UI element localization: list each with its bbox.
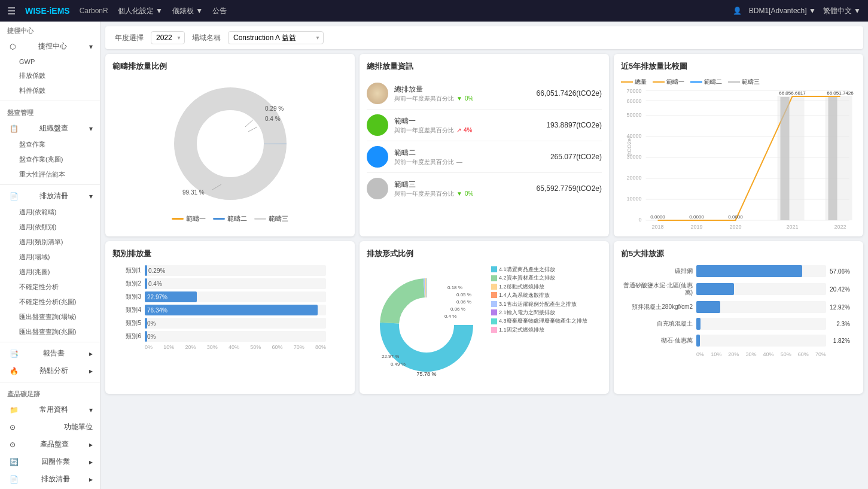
user-icon: 👤 xyxy=(733,7,742,15)
nav-dashboard[interactable]: 儀錶板 ▼ xyxy=(172,6,203,16)
scope2-sub: 與前一年度差異百分比 — xyxy=(394,158,544,166)
site-select[interactable]: Construction A 益益 xyxy=(228,31,324,44)
total-value: 66,051.7426(tCO2e) xyxy=(537,89,602,98)
svg-text:2019: 2019 xyxy=(690,224,702,230)
svg-text:2022: 2022 xyxy=(834,224,846,230)
emission-item-scope3: 範疇三 與前一年度差異百分比 ▼ 0% 65,592.7759(tCO2e) xyxy=(367,173,602,204)
chevron-icon5: ▸ xyxy=(89,367,93,375)
top5-body: 碳排鋼 57.06% 普通矽酸鹽水泥·北區(仙惠萬) 20.42% xyxy=(621,265,856,357)
svg-text:0.0000: 0.0000 xyxy=(689,214,704,220)
bar-row-cat3: 類別3 22.97% xyxy=(117,291,326,302)
user-name[interactable]: BDM1[Advantech] ▼ xyxy=(749,7,816,15)
legend-scope3: 範疇三 xyxy=(254,214,288,223)
top5-row-1: 碳排鋼 57.06% xyxy=(621,265,826,277)
nav-personal[interactable]: 個人化設定 ▼ xyxy=(118,6,163,16)
chevron-icon: ▾ xyxy=(89,42,93,51)
top5-title: 前5大排放源 xyxy=(621,248,856,259)
bar-row-cat4: 類別4 76.34% xyxy=(117,305,326,315)
svg-point-0 xyxy=(185,99,275,189)
app-sub: CarbonR xyxy=(80,7,108,15)
sidebar-sub-export-fig[interactable]: 匯出盤查查詢(兆圖) xyxy=(0,324,100,339)
scope2-name: 範疇二 xyxy=(394,148,544,158)
sidebar-item-product-inv[interactable]: ⊙ 產品盤查 ▸ xyxy=(0,436,100,453)
lang-switcher[interactable]: 繁體中文 ▼ xyxy=(823,6,861,16)
nav-announcement[interactable]: 公告 xyxy=(212,6,227,16)
chevron-icon3: ▾ xyxy=(89,192,93,201)
scope2-info: 範疇二 與前一年度差異百分比 — xyxy=(394,148,544,166)
sidebar-item-common-data[interactable]: 📁 常用資料 ▾ xyxy=(0,401,100,418)
svg-text:70000: 70000 xyxy=(626,88,641,94)
sidebar-sub-scope[interactable]: 適用(依範疇) xyxy=(0,205,100,220)
sidebar-item-shortcut[interactable]: ⬡ 捷徑中心 ▾ xyxy=(0,38,100,55)
sidebar: 捷徑中心 ⬡ 捷徑中心 ▾ GWP 排放係數 料件係數 盤查管理 📋 組織盤查 … xyxy=(0,22,100,489)
site-filter-label: 場域名稱 xyxy=(192,33,221,43)
svg-text:0.29 %: 0.29 % xyxy=(265,105,284,112)
sidebar-sub-gwp[interactable]: GWP xyxy=(0,55,100,68)
chevron-icon6: ▾ xyxy=(89,406,93,414)
scope1-info: 範疇一 與前一年度差異百分比 ↗ 4% xyxy=(394,116,540,135)
sidebar-item-func-unit[interactable]: ⊙ 功能單位 xyxy=(0,418,100,436)
year-filter-label: 年度選擇 xyxy=(115,33,144,43)
svg-text:0: 0 xyxy=(638,217,641,223)
chevron-icon7: ▸ xyxy=(89,441,93,449)
scope2-circle xyxy=(367,146,388,168)
svg-text:0.06 %: 0.06 % xyxy=(450,306,465,312)
bar-row-cat6: 類別6 0% xyxy=(117,331,326,342)
svg-text:20000: 20000 xyxy=(626,175,641,181)
donut2-svg: 0.18 % 0.05 % 0.06 % 0.06 % 0.4 % 0.49 %… xyxy=(367,265,486,385)
scope-donut-title: 範疇排放量比例 xyxy=(112,61,348,72)
sidebar-sub-inventory-fig[interactable]: 盤查作業(兆圖) xyxy=(0,152,100,167)
sidebar-sub-fig[interactable]: 適用(兆圖) xyxy=(0,265,100,280)
common-icon: 📁 xyxy=(10,406,19,414)
scope3-info: 範疇三 與前一年度差異百分比 ▼ 0% xyxy=(394,180,531,198)
hamburger-icon[interactable]: ☰ xyxy=(7,5,16,17)
sidebar-sub-cat-list[interactable]: 適用(類別清單) xyxy=(0,235,100,250)
sidebar-sub-site[interactable]: 適用(場域) xyxy=(0,250,100,265)
emission-item-scope2: 範疇二 與前一年度差異百分比 — 265.077(tCO2e) xyxy=(367,141,602,173)
share-icon: ⬡ xyxy=(10,42,16,51)
sidebar-sub-inventory-work[interactable]: 盤查作業 xyxy=(0,137,100,152)
year-select[interactable]: 2022 xyxy=(151,31,185,44)
year-select-wrapper: 2022 xyxy=(151,31,185,44)
scope3-circle xyxy=(367,178,388,199)
top5-axis: 0%10%20%30%40%50%60%70% xyxy=(621,351,826,357)
svg-text:2020: 2020 xyxy=(729,224,741,230)
sidebar-sub-emission-factor[interactable]: 排放係數 xyxy=(0,68,100,83)
sidebar-sub-uncertainty[interactable]: 不確定性分析 xyxy=(0,280,100,294)
sidebar-item-org-inventory[interactable]: 📋 組織盤查 ▾ xyxy=(0,120,100,137)
svg-text:66,051.7426: 66,051.7426 xyxy=(827,90,854,96)
sidebar-item-report[interactable]: 📑 報告書 ▸ xyxy=(0,345,100,362)
bar-row-cat2: 類別2 0.4% xyxy=(117,278,326,289)
chevron-icon8: ▸ xyxy=(89,458,93,466)
svg-text:0.4 %: 0.4 % xyxy=(444,314,456,319)
scope1-name: 範疇一 xyxy=(394,116,540,126)
sidebar-sub-significance[interactable]: 重大性評估範本 xyxy=(0,167,100,182)
total-sub: 與前一年度差異百分比 ▼ 0% xyxy=(394,95,531,103)
bar-chart-body: 類別1 0.29% 類別2 0.4% xyxy=(112,265,348,350)
sidebar-section-product: 產品碳足跡 xyxy=(0,385,100,401)
top5-row-2: 普通矽酸鹽水泥·北區(仙惠萬) 20.42% xyxy=(621,282,826,296)
bar-axis: 0%10%20%30%40%50%60%70%80% xyxy=(117,344,326,350)
sidebar-sub-export-site[interactable]: 匯出盤查查詢(場域) xyxy=(0,309,100,324)
scope2-value: 265.077(tCO2e) xyxy=(550,153,602,161)
svg-text:(tCO2e): (tCO2e) xyxy=(626,136,632,156)
sidebar-sub-category[interactable]: 適用(依類別) xyxy=(0,220,100,235)
svg-text:66,056.6817: 66,056.6817 xyxy=(779,90,806,96)
chevron-icon2: ▾ xyxy=(89,124,93,133)
scope1-circle xyxy=(367,114,388,136)
svg-text:0.05 %: 0.05 % xyxy=(456,292,471,297)
category-bar-card: 類別排放量 類別1 0.29% 類別2 0. xyxy=(105,241,355,394)
sidebar-item-emission-list[interactable]: 📄 排放清冊 ▾ xyxy=(0,187,100,205)
total-name: 總排放量 xyxy=(394,84,531,95)
total-circle xyxy=(367,83,388,104)
sidebar-item-loop[interactable]: 🔄 回圈作業 ▸ xyxy=(0,453,100,470)
scope-donut-svg: 0.29 % 0.4 % 99.31 % xyxy=(165,78,296,209)
svg-text:22.97 %: 22.97 % xyxy=(382,354,399,359)
emission-item-total: 總排放量 與前一年度差異百分比 ▼ 0% 66,051.7426(tCO2e) xyxy=(367,78,602,110)
sidebar-item-hotspot[interactable]: 🔥 熱點分析 ▸ xyxy=(0,362,100,379)
sidebar-sub-material-factor[interactable]: 料件係數 xyxy=(0,83,100,98)
donut2-legend: 4.1購置商品產生之排放 4.2資本資材產生之排放 1.2移動式燃燒排放 1.4… xyxy=(491,265,587,334)
sidebar-sub-uncertainty-fig[interactable]: 不確定性分析(兆圖) xyxy=(0,294,100,309)
svg-text:2018: 2018 xyxy=(651,224,663,230)
sidebar-item-emission-inv[interactable]: 📄 排放清冊 ▸ xyxy=(0,470,100,488)
